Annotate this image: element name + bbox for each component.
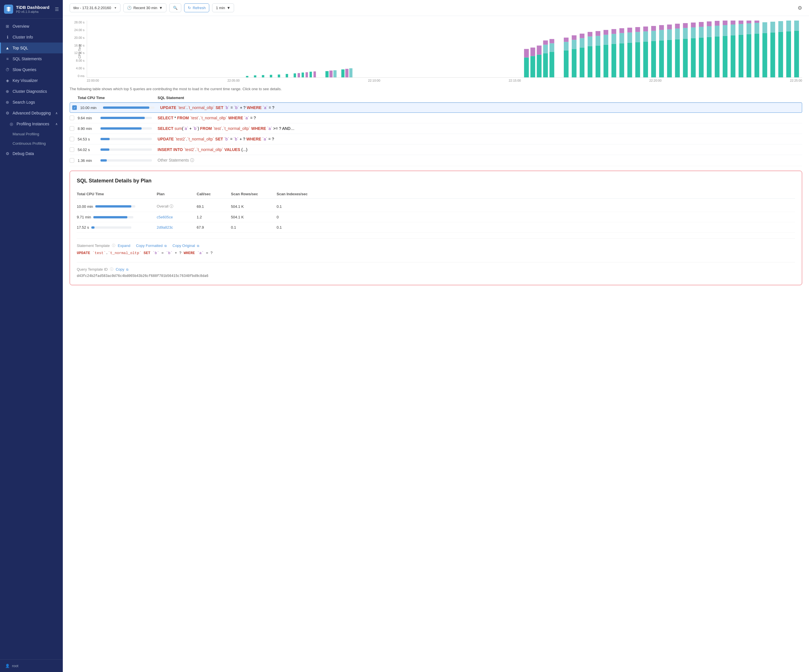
details-row-1[interactable]: 10.00 min Overall ⓘ 69.1 504.1 K 0.1 [77,201,795,212]
row-checkbox-1[interactable]: ✓ [72,105,78,110]
refresh-interval-select[interactable]: 1 min ▼ [212,3,234,12]
d-cpu-bar-fill-3 [91,227,94,228]
sidebar-item-search-logs[interactable]: ⊛ Search Logs [0,97,63,108]
sidebar-item-key-visualizer[interactable]: ◈ Key Visualizer [0,75,63,86]
svg-rect-68 [659,30,664,40]
svg-rect-71 [667,29,672,40]
cpu-chart [87,20,802,78]
sidebar-item-profiling-instances[interactable]: ◎ Profiling Instances ∧ [0,118,63,129]
svg-rect-34 [572,49,577,78]
svg-rect-103 [754,34,759,77]
sidebar-item-label: Slow Queries [13,67,36,72]
sidebar: TiDB Dashboard PD v6.1.0-alpha ☰ ⊞ Overv… [0,0,63,672]
stmt-template-label: Statement Template ⓘ Expand Copy Formatt… [77,243,795,248]
sidebar-sub-label: Continuous Profiling [13,141,46,146]
svg-rect-65 [651,31,656,41]
refresh-button[interactable]: ↻ Refresh [184,3,210,12]
svg-rect-85 [707,37,712,77]
svg-rect-26 [543,45,548,54]
sidebar-item-overview[interactable]: ⊞ Overview [0,21,63,32]
table-row[interactable]: 9.64 min SELECT * FROM `test`.`t_normal_… [70,113,802,123]
svg-rect-30 [549,39,554,44]
sidebar-item-sql-statements[interactable]: ≡ SQL Statements [0,54,63,64]
table-row[interactable]: 1.36 min Other Statements ⓘ [70,155,802,166]
cpu-bar-fill-6 [101,159,107,161]
row-checkbox-3[interactable] [70,126,76,131]
x-tick-5: 22:20:00 [650,79,662,82]
table-row[interactable]: ✓ 10.00 min UPDATE `test`.`t_normal_oltp… [70,102,802,113]
table-row[interactable]: 54.53 s UPDATE `test2`.`t_normal_oltp` S… [70,134,802,144]
svg-rect-22 [530,48,535,56]
svg-rect-50 [611,34,616,44]
row-checkbox-4[interactable] [70,137,76,141]
sidebar-item-cluster-info[interactable]: ℹ Cluster Info [0,32,63,42]
copy-id-link[interactable]: Copy ⧉ [116,267,128,272]
svg-rect-27 [543,40,548,45]
profiling-instances-icon: ◎ [9,122,14,126]
sidebar-item-top-sql[interactable]: ▲ Top SQL [0,42,63,54]
d-scan-3: 0.1 [231,225,277,230]
sidebar-item-manual-profiling[interactable]: Manual Profiling [0,129,63,139]
svg-rect-102 [747,20,751,24]
details-row-3[interactable]: 17.52 s 2d9a823c 67.9 0.1 0.1 [77,222,795,233]
expand-link[interactable]: Expand [117,244,130,248]
svg-rect-56 [628,32,632,43]
instance-label: tikv - 172.31.6.2:20160 [73,6,111,10]
svg-rect-38 [580,38,585,48]
svg-rect-33 [564,38,569,42]
app-title: TiDB Dashboard PD v6.1.0-alpha [16,5,49,13]
sidebar-item-slow-queries[interactable]: ⏱ Slow Queries [0,64,63,75]
search-logs-icon: ⊛ [5,100,10,104]
svg-rect-79 [691,38,696,77]
svg-rect-1 [246,76,248,77]
svg-rect-32 [564,42,569,50]
sql-text-6: Other Statements ⓘ [158,158,802,163]
svg-rect-3 [262,75,264,77]
svg-rect-25 [543,53,548,77]
cpu-time-4: 54.53 s [78,137,101,141]
svg-rect-111 [779,21,783,32]
sidebar-item-debug-data[interactable]: ⚙ Debug Data [0,148,63,159]
details-table-header: Total CPU Time Plan Call/sec Scan Rows/s… [77,190,795,199]
svg-rect-24 [537,46,542,55]
copy-original-link[interactable]: Copy Original ⧉ [173,244,199,248]
query-template-id-label: Query Template ID ⓘ Copy ⧉ [77,267,795,272]
chart-description: The following table shows which top 5 qu… [63,87,809,93]
cpu-bar-fill-2 [101,117,145,119]
copy-formatted-icon: ⧉ [164,244,167,247]
svg-rect-108 [770,32,775,77]
row-checkbox-5[interactable] [70,147,76,152]
svg-rect-23 [537,55,542,77]
settings-button[interactable]: ⚙ [797,5,802,11]
sidebar-item-continuous-profiling[interactable]: Continuous Profiling [0,139,63,148]
instance-select[interactable]: tikv - 172.31.6.2:20160 ▼ [70,3,121,12]
svg-rect-29 [549,44,554,52]
overview-icon: ⊞ [5,24,10,29]
d-plan-3[interactable]: 2d9a823c [157,225,197,230]
svg-rect-112 [786,31,791,77]
menu-toggle-icon[interactable]: ☰ [55,7,59,12]
svg-rect-97 [739,35,744,77]
copy-formatted-link[interactable]: Copy Formatted ⧉ [136,244,167,248]
sidebar-item-label: Overview [13,24,29,29]
svg-rect-101 [747,24,751,34]
main-content: tikv - 172.31.6.2:20160 ▼ 🕐 Recent 30 mi… [63,0,809,672]
svg-rect-41 [588,37,592,46]
time-range-select[interactable]: 🕐 Recent 30 min ▼ [123,3,166,12]
details-box: SQL Statement Details by Plan Total CPU … [70,171,802,285]
zoom-button[interactable]: 🔍 [169,3,181,12]
row-checkbox-2[interactable] [70,116,76,120]
d-cpu-bar-fill-1 [95,205,131,208]
sidebar-item-advanced-debugging[interactable]: ⚙ Advanced Debugging ∧ [0,108,63,118]
table-row[interactable]: 8.90 min SELECT sum(`a` + `b`) FROM `tes… [70,123,802,134]
d-cpu-bar-2 [93,216,133,218]
sidebar-item-cluster-diagnostics[interactable]: ⊕ Cluster Diagnostics [0,86,63,97]
d-plan-2[interactable]: c5e605ce [157,215,197,219]
table-row[interactable]: 54.02 s INSERT INTO `test2`.`t_normal_ol… [70,144,802,155]
d-plan-1: Overall ⓘ [157,204,197,209]
d-scan-2: 504.1 K [231,215,277,219]
svg-rect-7 [294,73,296,77]
svg-rect-92 [723,25,728,36]
row-checkbox-6[interactable] [70,158,76,163]
details-row-2[interactable]: 9.71 min c5e605ce 1.2 504.1 K 0 [77,212,795,222]
